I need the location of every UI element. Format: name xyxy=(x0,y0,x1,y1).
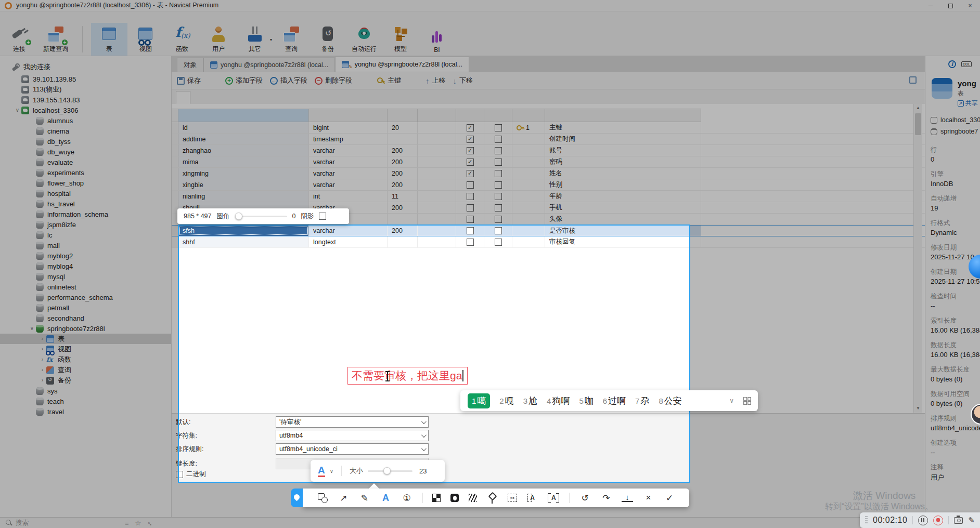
pencil-icon[interactable]: ✎ xyxy=(359,492,370,504)
virtual-checkbox[interactable] xyxy=(495,124,502,131)
virtual-checkbox[interactable] xyxy=(495,193,502,200)
virtual-checkbox[interactable] xyxy=(495,227,502,234)
grid-column-header[interactable] xyxy=(545,109,701,122)
notnull-checkbox[interactable] xyxy=(467,147,474,154)
tree-item[interactable]: 我的连接 xyxy=(0,60,171,74)
tree-item[interactable]: myblog4 xyxy=(0,261,171,271)
notnull-checkbox[interactable] xyxy=(467,239,474,246)
arrow-icon[interactable]: ↗ xyxy=(338,492,349,504)
tree-item[interactable]: petmall xyxy=(0,302,171,313)
toolbar-button[interactable]: 连接 + xyxy=(1,23,37,56)
ime-candidate[interactable]: 5咖 xyxy=(579,395,593,407)
binary-checkbox[interactable] xyxy=(176,471,183,478)
editor-toolbar-button[interactable]: ↑ 上移 xyxy=(425,76,446,85)
form-select[interactable]: utf8mb4 xyxy=(276,430,429,441)
notnull-checkbox[interactable] xyxy=(467,204,474,212)
corner-radius-slider[interactable] xyxy=(235,216,287,217)
notnull-checkbox[interactable] xyxy=(467,124,474,131)
tree-item[interactable]: performance_schema xyxy=(0,292,171,302)
ddl-icon[interactable]: DDL xyxy=(961,61,972,67)
maximize-button[interactable] xyxy=(940,0,960,11)
tree-arrow-icon[interactable]: › xyxy=(38,336,46,341)
menu-item[interactable] xyxy=(31,11,46,23)
tree-item[interactable]: mysql xyxy=(0,271,171,282)
editor-toolbar-button[interactable]: ← 插入字段 xyxy=(270,76,307,85)
notnull-checkbox[interactable] xyxy=(467,227,474,234)
editor-toolbar-button[interactable]: 主键 xyxy=(377,76,401,85)
document-tab[interactable]: 对象 xyxy=(177,58,203,72)
stop-recording-button[interactable] xyxy=(933,516,943,525)
tree-arrow-icon[interactable]: › xyxy=(38,347,46,352)
font-size-slider[interactable] xyxy=(368,470,412,472)
tree-item[interactable]: mall xyxy=(0,240,171,250)
notnull-checkbox[interactable] xyxy=(467,181,474,189)
ime-candidate[interactable]: 2嘎 xyxy=(499,395,513,407)
tree-arrow-icon[interactable]: ∨ xyxy=(28,326,36,331)
redo-icon[interactable]: ↷ xyxy=(600,492,612,504)
scroll-up-icon[interactable]: ▲ xyxy=(914,104,922,112)
table-row[interactable]: id bigint 20 1 主键 xyxy=(172,122,925,134)
fullscreen-icon[interactable] xyxy=(909,76,917,84)
editor-toolbar-button[interactable]: ↓ 下移 xyxy=(453,76,473,85)
table-row[interactable]: sfsh varchar 200 是否审核 xyxy=(172,225,925,236)
grid-column-header[interactable] xyxy=(388,109,418,122)
scroll-down-icon[interactable]: ▼ xyxy=(914,404,922,413)
notnull-checkbox[interactable] xyxy=(467,136,474,143)
ime-next-page-icon[interactable]: ∨ xyxy=(729,397,734,404)
vertical-scrollbar[interactable]: ▲ ▼ xyxy=(913,104,922,413)
toolbar-button[interactable]: 函数 xyxy=(164,23,200,56)
pen-icon[interactable]: ✎ xyxy=(968,516,975,525)
menu-item[interactable] xyxy=(17,11,31,23)
text-icon[interactable]: A xyxy=(380,492,392,504)
grid-column-header[interactable] xyxy=(512,109,545,122)
tree-item[interactable]: evaluate xyxy=(0,157,171,167)
notnull-checkbox[interactable] xyxy=(467,170,474,177)
expand-diagonal-icon[interactable]: ↔ xyxy=(146,518,156,528)
save-icon[interactable]: ↓ xyxy=(622,494,633,502)
toolbar-button[interactable]: 用户 xyxy=(200,23,237,56)
tree-item[interactable]: ∨ springboote7z2r88l xyxy=(0,323,171,334)
tree-arrow-icon[interactable]: ∨ xyxy=(14,108,21,113)
ime-candidate[interactable]: 7尕 xyxy=(635,395,649,407)
tree-arrow-icon[interactable]: › xyxy=(38,378,46,383)
tree-item[interactable]: teach xyxy=(0,396,171,406)
tree-item[interactable]: experiments xyxy=(0,167,171,178)
toolbar-button[interactable]: 查询 xyxy=(273,23,310,56)
field-tab[interactable] xyxy=(249,91,263,104)
menu-item[interactable] xyxy=(46,11,60,23)
tree-item[interactable]: 139.155.143.83 xyxy=(0,95,171,105)
rep-icon[interactable]: A xyxy=(527,492,538,504)
tree-item[interactable]: › 备份 xyxy=(0,375,171,386)
tree-item[interactable]: lc xyxy=(0,230,171,240)
undo-icon[interactable]: ↺ xyxy=(579,492,591,504)
field-tab[interactable] xyxy=(263,91,278,104)
tree-item[interactable]: db_wuye xyxy=(0,147,171,157)
editor-toolbar-button[interactable]: − 删除字段 xyxy=(315,76,352,85)
tree-item[interactable]: flower_shop xyxy=(0,178,171,188)
tree-item[interactable]: ∨ localhost_3306 xyxy=(0,105,171,115)
shadow-checkbox[interactable] xyxy=(319,213,326,220)
tree-item[interactable]: › 函数 xyxy=(0,354,171,365)
tree-item[interactable]: information_schema xyxy=(0,209,171,219)
tree-item[interactable]: alumnus xyxy=(0,115,171,126)
mosaic-icon[interactable] xyxy=(432,494,441,502)
close-button[interactable]: × xyxy=(960,0,980,11)
virtual-checkbox[interactable] xyxy=(495,239,502,246)
tree-item[interactable]: › 表 xyxy=(0,334,171,344)
font-color-button[interactable]: A xyxy=(318,465,325,477)
menu-item[interactable] xyxy=(2,11,17,23)
ime-candidate[interactable]: 3尬 xyxy=(523,395,537,407)
number-icon[interactable]: ① xyxy=(401,492,412,504)
grid-column-header[interactable] xyxy=(456,109,484,122)
virtual-checkbox[interactable] xyxy=(495,136,502,143)
confirm-icon[interactable]: ✓ xyxy=(664,492,675,504)
form-select[interactable]: utf8mb4_unicode_ci xyxy=(276,443,429,455)
toolbar-button[interactable]: 模型 xyxy=(382,23,419,56)
info-icon[interactable]: i xyxy=(948,60,956,68)
tree-item[interactable]: › 视图 xyxy=(0,344,171,354)
ime-grid-icon[interactable] xyxy=(743,397,751,404)
scroll-thumb[interactable] xyxy=(915,113,921,135)
table-row[interactable]: addtime timestamp 创建时间 xyxy=(172,134,925,145)
tree-item[interactable]: onlinetest xyxy=(0,282,171,292)
tree-arrow-icon[interactable]: › xyxy=(38,367,46,373)
